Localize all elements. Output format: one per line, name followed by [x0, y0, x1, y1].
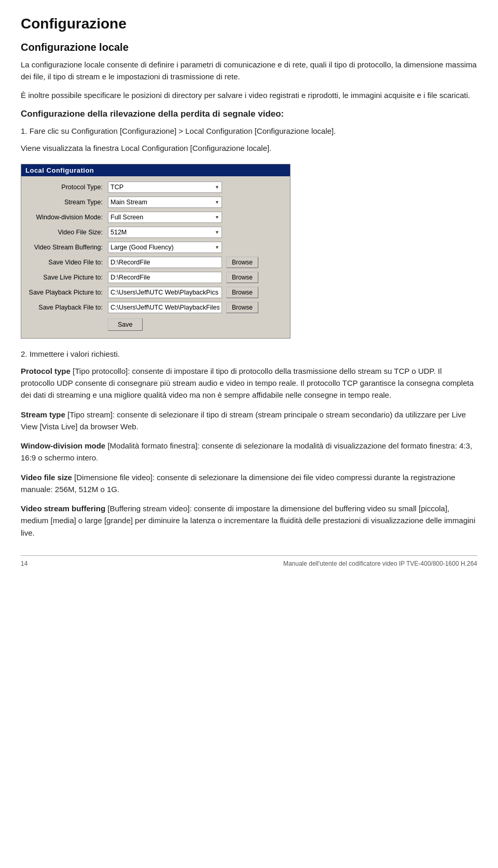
- control-video-file-size: 256M 512M 1G: [108, 227, 284, 238]
- control-save-playback-file: Browse: [108, 302, 284, 313]
- protocol-type-desc: [Tipo protocollo]: consente di impostare…: [21, 367, 474, 400]
- dialog-save-row: Save: [27, 318, 284, 331]
- input-save-video-file[interactable]: [108, 257, 222, 268]
- select-stream-type[interactable]: Main Stream Sub Stream: [108, 197, 222, 208]
- label-save-video-file: Save Video File to:: [27, 259, 108, 266]
- input-save-playback-file[interactable]: [108, 302, 222, 313]
- select-protocol-type[interactable]: TCP UDP: [108, 181, 222, 193]
- video-stream-section: Video stream buffering [Buffering stream…: [21, 502, 477, 539]
- dialog-row-video-file-size: Video File Size: 256M 512M 1G: [27, 227, 284, 238]
- dialog-row-save-playback-file: Save Playback File to: Browse: [27, 302, 284, 313]
- label-window-division: Window-division Mode:: [27, 214, 108, 221]
- local-config-dialog: Local Configuration Protocol Type: TCP U…: [21, 164, 290, 339]
- dialog-body: Protocol Type: TCP UDP Stream Type:: [21, 176, 290, 338]
- input-save-playback-picture[interactable]: [108, 287, 222, 298]
- window-div-para: Window-division mode [Modalità formato f…: [21, 440, 477, 464]
- dialog-row-save-live-picture: Save Live Picture to: Browse: [27, 272, 284, 283]
- label-save-live-picture: Save Live Picture to:: [27, 274, 108, 281]
- dialog-row-window-division: Window-division Mode: Full Screen 4:3 16…: [27, 212, 284, 223]
- video-file-term: Video file size: [21, 473, 72, 482]
- control-save-video-file: Browse: [108, 257, 284, 268]
- stream-type-para: Stream type [Tipo stream]: consente di s…: [21, 409, 477, 433]
- select-wrapper-video-file-size[interactable]: 256M 512M 1G: [108, 227, 222, 238]
- select-video-stream-buffering[interactable]: Small (Real-time) Medium Large (Good Flu…: [108, 242, 222, 253]
- browse-playback-picture-button[interactable]: Browse: [226, 287, 258, 298]
- section-subtitle: Configurazione locale: [21, 41, 477, 53]
- select-wrapper-stream-type[interactable]: Main Stream Sub Stream: [108, 197, 222, 208]
- dialog-row-save-video-file: Save Video File to: Browse: [27, 257, 284, 268]
- protocol-type-para: Protocol type [Tipo protocollo]: consent…: [21, 365, 477, 401]
- window-div-term: Window-division mode: [21, 441, 105, 450]
- label-stream-type: Stream Type:: [27, 199, 108, 206]
- dialog-titlebar: Local Configuration: [21, 164, 290, 176]
- control-window-division: Full Screen 4:3 16:9: [108, 212, 284, 223]
- select-wrapper-window-division[interactable]: Full Screen 4:3 16:9: [108, 212, 222, 223]
- select-wrapper-video-stream-buffering[interactable]: Small (Real-time) Medium Large (Good Flu…: [108, 242, 222, 253]
- input-save-live-picture[interactable]: [108, 272, 222, 283]
- label-video-stream-buffering: Video Stream Buffering:: [27, 244, 108, 251]
- step1-main: Fare clic su Configuration [Configurazio…: [30, 127, 336, 135]
- video-stream-para: Video stream buffering [Buffering stream…: [21, 502, 477, 539]
- label-video-file-size: Video File Size:: [27, 229, 108, 236]
- dialog-row-protocol-type: Protocol Type: TCP UDP: [27, 181, 284, 193]
- page-title: Configurazione: [21, 16, 477, 32]
- page-footer: 14 Manuale dell'utente del codificatore …: [21, 555, 477, 567]
- intro2-text: È inoltre possibile specificare le posiz…: [21, 89, 477, 101]
- stream-type-term: Stream type: [21, 410, 65, 419]
- stream-type-section: Stream type [Tipo stream]: consente di s…: [21, 409, 477, 433]
- select-video-file-size[interactable]: 256M 512M 1G: [108, 227, 222, 238]
- control-save-live-picture: Browse: [108, 272, 284, 283]
- browse-live-picture-button[interactable]: Browse: [226, 272, 258, 283]
- signal-section-title: Configurazione della rilevazione della p…: [21, 107, 477, 121]
- dialog-row-save-playback-picture: Save Playback Picture to: Browse: [27, 287, 284, 298]
- label-protocol-type: Protocol Type:: [27, 184, 108, 191]
- stream-type-desc: [Tipo stream]: consente di selezionare i…: [21, 410, 466, 431]
- dialog-row-video-stream-buffering: Video Stream Buffering: Small (Real-time…: [27, 242, 284, 253]
- intro-text: La configurazione locale consente di def…: [21, 59, 477, 83]
- video-file-desc: [Dimensione file video]: consente di sel…: [21, 473, 455, 494]
- step2-text: 2. Immettere i valori richiesti.: [21, 348, 477, 360]
- browse-video-file-button[interactable]: Browse: [226, 257, 258, 268]
- control-stream-type: Main Stream Sub Stream: [108, 197, 284, 208]
- save-button[interactable]: Save: [108, 318, 143, 331]
- browse-playback-file-button[interactable]: Browse: [226, 302, 258, 313]
- control-video-stream-buffering: Small (Real-time) Medium Large (Good Flu…: [108, 242, 284, 253]
- dialog-wrapper: Local Configuration Protocol Type: TCP U…: [21, 164, 477, 339]
- window-div-section: Window-division mode [Modalità formato f…: [21, 440, 477, 464]
- video-file-para: Video file size [Dimensione file video]:…: [21, 471, 477, 496]
- label-save-playback-file: Save Playback File to:: [27, 304, 108, 311]
- footer-page-number: 14: [21, 560, 27, 567]
- step1-text: 1. Fare clic su Configuration [Configura…: [21, 125, 477, 137]
- dialog-row-stream-type: Stream Type: Main Stream Sub Stream: [27, 197, 284, 208]
- label-save-playback-picture: Save Playback Picture to:: [27, 289, 108, 296]
- protocol-type-term: Protocol type: [21, 367, 71, 375]
- select-wrapper-protocol-type[interactable]: TCP UDP: [108, 181, 222, 193]
- control-protocol-type: TCP UDP: [108, 181, 284, 193]
- footer-manual-title: Manuale dell'utente del codificatore vid…: [283, 560, 477, 567]
- step2-label: Immettere i valori richiesti.: [30, 349, 120, 358]
- protocol-type-section: Protocol type [Tipo protocollo]: consent…: [21, 365, 477, 401]
- select-window-division[interactable]: Full Screen 4:3 16:9: [108, 212, 222, 223]
- video-stream-term: Video stream buffering: [21, 504, 105, 513]
- video-file-section: Video file size [Dimensione file video]:…: [21, 471, 477, 496]
- control-save-playback-picture: Browse: [108, 287, 284, 298]
- step1-sub-text: Viene visualizzata la finestra Local Con…: [21, 142, 477, 154]
